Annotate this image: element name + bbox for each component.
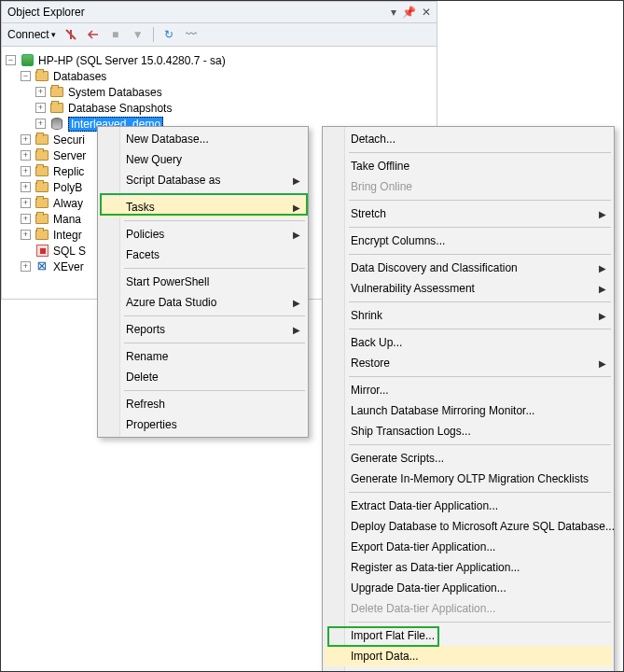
menu-mirror[interactable]: Mirror... <box>325 380 612 400</box>
menu-import-data[interactable]: Import Data... <box>325 646 612 666</box>
spacer <box>21 245 31 256</box>
label: Start PowerShell <box>126 275 209 288</box>
tree-node-sysdb[interactable]: + System Databases <box>6 84 433 100</box>
label: Ship Transaction Logs... <box>351 425 471 438</box>
menu-launch-mirror-monitor[interactable]: Launch Database Mirroring Monitor... <box>325 400 612 421</box>
connect-button[interactable]: Connect ▾ <box>7 28 56 41</box>
label: New Query <box>126 153 182 166</box>
menu-azure-data-studio[interactable]: Azure Data Studio▶ <box>100 292 306 313</box>
tree-node-databases[interactable]: − Databases <box>6 68 433 84</box>
menu-policies[interactable]: Policies▶ <box>100 224 306 245</box>
expand-icon[interactable]: + <box>35 87 46 97</box>
label: Tasks <box>126 201 155 214</box>
label: Script Database as <box>126 174 220 187</box>
stop-icon[interactable]: ■ <box>108 27 123 42</box>
separator <box>349 444 611 445</box>
menu-reports[interactable]: Reports▶ <box>100 319 306 340</box>
pin-icon[interactable]: 📌 <box>402 6 416 19</box>
context-menu-database: New Database... New Query Script Databas… <box>97 126 309 438</box>
menu-backup[interactable]: Back Up... <box>325 332 612 353</box>
tree-node-server[interactable]: − HP-HP (SQL Server 15.0.4280.7 - sa) <box>6 52 433 68</box>
expand-icon[interactable]: + <box>21 150 31 161</box>
submenu-arrow-icon: ▶ <box>599 209 606 219</box>
separator <box>349 227 611 228</box>
connect-object-icon[interactable] <box>63 27 78 42</box>
menu-generate-inmemory[interactable]: Generate In-Memory OLTP Migration Checkl… <box>325 469 612 489</box>
filter-icon[interactable]: ▼ <box>131 27 146 42</box>
dropdown-icon[interactable]: ▾ <box>391 6 396 19</box>
menu-refresh[interactable]: Refresh <box>100 394 306 414</box>
expand-icon[interactable]: + <box>21 166 31 176</box>
menu-shrink[interactable]: Shrink▶ <box>325 305 612 326</box>
expand-icon[interactable]: + <box>21 134 31 145</box>
close-icon[interactable]: ✕ <box>422 6 431 19</box>
expand-icon[interactable]: + <box>21 261 31 272</box>
menu-deploy-azure[interactable]: Deploy Database to Microsoft Azure SQL D… <box>325 516 612 537</box>
menu-ship-logs[interactable]: Ship Transaction Logs... <box>325 421 612 441</box>
server-label: HP-HP (SQL Server 15.0.4280.7 - sa) <box>38 54 226 67</box>
label: Detach... <box>351 133 395 146</box>
label: Import Data... <box>351 650 419 663</box>
menu-restore[interactable]: Restore▶ <box>325 353 612 373</box>
chevron-down-icon: ▾ <box>51 30 56 39</box>
menu-detach[interactable]: Detach... <box>325 129 612 149</box>
menu-script-database[interactable]: Script Database as▶ <box>100 170 306 190</box>
tree-node-snapshots[interactable]: + Database Snapshots <box>6 100 433 116</box>
submenu-arrow-icon: ▶ <box>293 175 300 186</box>
menu-import-flat-file[interactable]: Import Flat File... <box>325 625 612 646</box>
node-label: PolyB <box>53 181 82 194</box>
disconnect-icon[interactable] <box>86 27 101 42</box>
separator <box>349 329 611 329</box>
label: Restore <box>351 357 390 370</box>
collapse-icon[interactable]: − <box>6 55 16 65</box>
expand-icon[interactable]: + <box>35 103 46 113</box>
node-label: SQL S <box>53 245 86 258</box>
menu-vulnerability-assessment[interactable]: Vulnerability Assessment▶ <box>325 278 612 299</box>
menu-export-data[interactable]: Export Data... <box>325 666 612 672</box>
menu-start-powershell[interactable]: Start PowerShell <box>100 272 306 292</box>
label: Back Up... <box>351 336 402 349</box>
folder-icon <box>49 86 64 99</box>
expand-icon[interactable]: + <box>21 198 31 208</box>
menu-tasks[interactable]: Tasks▶ <box>100 197 306 217</box>
activity-icon[interactable]: 〰 <box>184 27 199 42</box>
folder-icon <box>35 133 49 147</box>
menu-delete[interactable]: Delete <box>100 367 306 387</box>
submenu-arrow-icon: ▶ <box>599 311 606 321</box>
label: Policies <box>126 228 164 241</box>
expand-icon[interactable]: + <box>35 119 46 129</box>
expand-icon[interactable]: + <box>21 182 31 192</box>
menu-rename[interactable]: Rename <box>100 346 306 367</box>
label: Bring Online <box>351 180 412 193</box>
refresh-icon[interactable]: ↻ <box>161 27 176 42</box>
menu-facets[interactable]: Facets <box>100 245 306 265</box>
menu-extract-dt[interactable]: Extract Data-tier Application... <box>325 496 612 516</box>
label: Deploy Database to Microsoft Azure SQL D… <box>351 520 615 533</box>
expand-icon[interactable]: + <box>21 230 31 240</box>
separator <box>124 220 305 221</box>
menu-properties[interactable]: Properties <box>100 414 306 435</box>
menu-upgrade-dt[interactable]: Upgrade Data-tier Application... <box>325 578 612 598</box>
menu-new-database[interactable]: New Database... <box>100 129 306 149</box>
collapse-icon[interactable]: − <box>21 71 31 81</box>
menu-export-dt[interactable]: Export Data-tier Application... <box>325 537 612 557</box>
sysdb-label: System Databases <box>68 86 162 99</box>
separator <box>124 390 305 391</box>
label: Register as Data-tier Application... <box>351 561 520 574</box>
menu-encrypt-columns[interactable]: Encrypt Columns... <box>325 231 612 251</box>
label: Generate Scripts... <box>351 452 444 465</box>
menu-generate-scripts[interactable]: Generate Scripts... <box>325 448 612 469</box>
label: Vulnerability Assessment <box>351 282 475 295</box>
submenu-arrow-icon: ▶ <box>599 358 606 369</box>
submenu-arrow-icon: ▶ <box>599 263 606 273</box>
folder-icon <box>35 213 49 226</box>
menu-take-offline[interactable]: Take Offline <box>325 156 612 176</box>
label: Upgrade Data-tier Application... <box>351 581 506 595</box>
submenu-arrow-icon: ▶ <box>293 325 300 335</box>
expand-icon[interactable]: + <box>21 214 31 224</box>
menu-data-discovery[interactable]: Data Discovery and Classification▶ <box>325 258 612 278</box>
label: Encrypt Columns... <box>351 234 445 247</box>
menu-stretch[interactable]: Stretch▶ <box>325 203 612 224</box>
menu-new-query[interactable]: New Query <box>100 149 306 170</box>
menu-register-dt[interactable]: Register as Data-tier Application... <box>325 557 612 578</box>
